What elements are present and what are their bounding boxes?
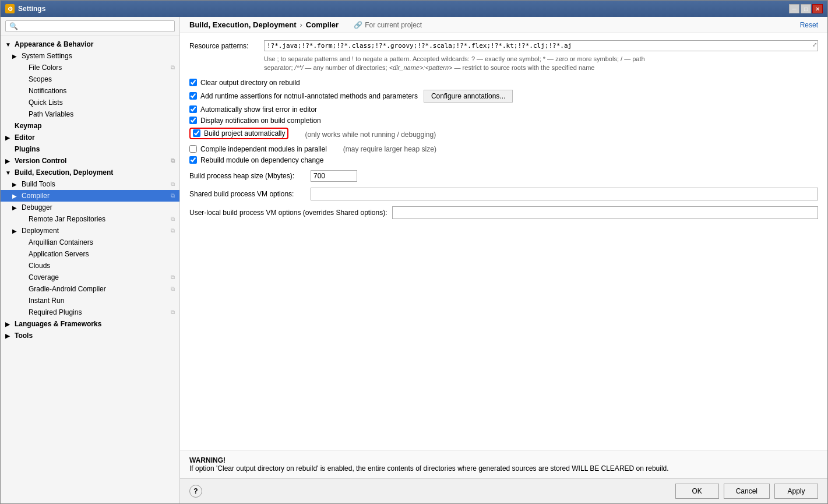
minimize-button[interactable]: ─ xyxy=(789,4,799,13)
help-button[interactable]: ? xyxy=(189,485,202,498)
sidebar-item-editor[interactable]: ▶ Editor xyxy=(1,132,179,143)
hint-line1: Use ; to separate patterns and ! to nega… xyxy=(264,55,645,62)
rebuild-dependency-label[interactable]: Rebuild module on dependency change xyxy=(200,156,324,164)
sidebar-item-label: Quick Lists xyxy=(29,98,63,107)
sidebar-item-appearance-behavior[interactable]: ▼ Appearance & Behavior xyxy=(1,38,179,50)
sidebar-item-system-settings[interactable]: ▶ System Settings xyxy=(1,50,179,62)
content-header: Build, Execution, Deployment › Compiler … xyxy=(180,17,827,33)
shared-vm-input[interactable] xyxy=(311,188,818,200)
display-notification-label[interactable]: Display notification on build completion xyxy=(200,117,321,125)
build-automatically-label[interactable]: Build project automatically xyxy=(204,129,285,138)
build-automatically-checkbox[interactable] xyxy=(193,129,200,137)
sidebar-item-keymap[interactable]: Keymap xyxy=(1,120,179,132)
sidebar-item-application-servers[interactable]: Application Servers xyxy=(1,248,179,260)
maximize-button[interactable]: □ xyxy=(801,4,811,13)
breadcrumb-separator-icon: › xyxy=(300,20,302,29)
clear-output-checkbox[interactable] xyxy=(189,79,197,86)
expand-arrow-icon: ▶ xyxy=(12,228,19,234)
search-wrapper[interactable]: 🔍 xyxy=(5,20,175,32)
close-button[interactable]: ✕ xyxy=(812,4,823,13)
configure-annotations-button[interactable]: Configure annotations... xyxy=(424,90,513,103)
copy-icon: ⧉ xyxy=(171,274,175,281)
sidebar-item-clouds[interactable]: Clouds xyxy=(1,260,179,272)
expand-arrow-icon: ▶ xyxy=(12,205,19,211)
sidebar-item-label: Required Plugins xyxy=(29,308,82,316)
heap-size-row: Build process heap size (Mbytes): xyxy=(189,170,818,182)
sidebar-item-label: Remote Jar Repositories xyxy=(29,215,105,223)
rebuild-dependency-checkbox[interactable] xyxy=(189,156,197,164)
checkbox-show-first-error: Automatically show first error in editor xyxy=(189,105,818,114)
sidebar-item-label: Instant Run xyxy=(29,297,64,305)
sidebar-item-label: Path Variables xyxy=(29,110,73,118)
user-vm-input[interactable] xyxy=(392,206,819,219)
sidebar-item-label: Tools xyxy=(15,332,33,340)
search-icon: 🔍 xyxy=(9,22,18,30)
content-pane: Build, Execution, Deployment › Compiler … xyxy=(180,17,827,503)
breadcrumb-part1: Build, Execution, Deployment xyxy=(189,20,296,29)
show-first-error-label[interactable]: Automatically show first error in editor xyxy=(200,105,317,114)
checkbox-runtime-assertions-row: Add runtime assertions for notnull-annot… xyxy=(189,90,818,103)
sidebar-item-label: Coverage xyxy=(29,273,59,281)
sidebar-item-remote-jar-repositories[interactable]: Remote Jar Repositories ⧉ xyxy=(1,213,179,225)
sidebar-item-deployment[interactable]: ▶ Deployment ⧉ xyxy=(1,225,179,237)
shared-vm-row: Shared build process VM options: xyxy=(189,188,818,200)
warning-box: WARNING! If option 'Clear output directo… xyxy=(180,450,827,478)
title-bar: ⚙ Settings ─ □ ✕ xyxy=(1,1,827,17)
clear-output-label[interactable]: Clear output directory on rebuild xyxy=(200,79,300,87)
user-vm-row: User-local build process VM options (ove… xyxy=(189,206,818,219)
sidebar-item-label: Compiler xyxy=(22,192,50,200)
runtime-assertions-label[interactable]: Add runtime assertions for notnull-annot… xyxy=(200,92,418,100)
main-content: 🔍 ▼ Appearance & Behavior ▶ System Setti… xyxy=(1,17,827,503)
copy-icon: ⧉ xyxy=(171,309,175,316)
runtime-assertions-checkbox[interactable] xyxy=(189,92,197,100)
heap-size-input[interactable] xyxy=(311,170,357,182)
sidebar-item-label: Appearance & Behavior xyxy=(15,40,93,48)
search-input[interactable] xyxy=(20,22,171,30)
sidebar-item-instant-run[interactable]: Instant Run xyxy=(1,295,179,306)
expand-arrow-icon: ▶ xyxy=(12,53,19,59)
copy-icon: ⧉ xyxy=(171,64,175,71)
copy-icon: ⧉ xyxy=(171,286,175,292)
cancel-button[interactable]: Cancel xyxy=(724,484,770,499)
copy-icon: ⧉ xyxy=(171,181,175,188)
sidebar-item-label: Gradle-Android Compiler xyxy=(29,285,106,293)
sidebar-item-path-variables[interactable]: Path Variables xyxy=(1,108,179,120)
sidebar-item-scopes[interactable]: Scopes xyxy=(1,73,179,85)
sidebar-item-languages-frameworks[interactable]: ▶ Languages & Frameworks xyxy=(1,318,179,330)
compile-parallel-checkbox[interactable] xyxy=(189,145,197,153)
for-project-icon: 🔗 xyxy=(354,21,362,29)
header-left: Build, Execution, Deployment › Compiler … xyxy=(189,20,422,29)
hint-text: Use ; to separate patterns and ! to nega… xyxy=(264,55,818,73)
apply-button[interactable]: Apply xyxy=(774,484,818,499)
expand-button[interactable]: ⤢ xyxy=(812,41,817,48)
reset-link[interactable]: Reset xyxy=(800,21,818,29)
sidebar-item-required-plugins[interactable]: Required Plugins ⧉ xyxy=(1,306,179,318)
sidebar-item-compiler[interactable]: ▶ Compiler ⧉ xyxy=(1,190,179,202)
sidebar-item-debugger[interactable]: ▶ Debugger xyxy=(1,202,179,213)
show-first-error-checkbox[interactable] xyxy=(189,105,197,113)
display-notification-checkbox[interactable] xyxy=(189,117,197,124)
hint-line2: separator; /**/ — any number of director… xyxy=(264,64,594,71)
ok-button[interactable]: OK xyxy=(675,484,719,499)
sidebar-item-file-colors[interactable]: File Colors ⧉ xyxy=(1,62,179,73)
heap-size-label: Build process heap size (Mbytes): xyxy=(189,172,306,180)
sidebar-item-notifications[interactable]: Notifications xyxy=(1,85,179,97)
sidebar-item-plugins[interactable]: Plugins xyxy=(1,143,179,155)
sidebar-item-version-control[interactable]: ▶ Version Control ⧉ xyxy=(1,155,179,167)
shared-vm-label: Shared build process VM options: xyxy=(189,190,306,198)
expand-arrow-icon: ▶ xyxy=(5,321,12,327)
sidebar-item-coverage[interactable]: Coverage ⧉ xyxy=(1,272,179,283)
resource-patterns-label: Resource patterns: xyxy=(189,40,259,50)
sidebar-item-label: Build, Execution, Deployment xyxy=(15,168,113,177)
compile-parallel-row: Compile independent modules in parallel … xyxy=(189,145,818,153)
compile-parallel-label[interactable]: Compile independent modules in parallel xyxy=(200,145,327,153)
sidebar-item-build-execution-deployment[interactable]: ▼ Build, Execution, Deployment xyxy=(1,167,179,178)
resource-patterns-input[interactable] xyxy=(264,40,818,51)
breadcrumb: Build, Execution, Deployment › Compiler xyxy=(189,20,339,29)
sidebar-item-tools[interactable]: ▶ Tools xyxy=(1,330,179,341)
sidebar-item-build-tools[interactable]: ▶ Build Tools ⧉ xyxy=(1,178,179,190)
sidebar-item-gradle-android-compiler[interactable]: Gradle-Android Compiler ⧉ xyxy=(1,283,179,295)
sidebar-item-arquillian-containers[interactable]: Arquillian Containers xyxy=(1,237,179,248)
sidebar-item-quick-lists[interactable]: Quick Lists xyxy=(1,97,179,108)
user-vm-label: User-local build process VM options (ove… xyxy=(189,209,387,217)
